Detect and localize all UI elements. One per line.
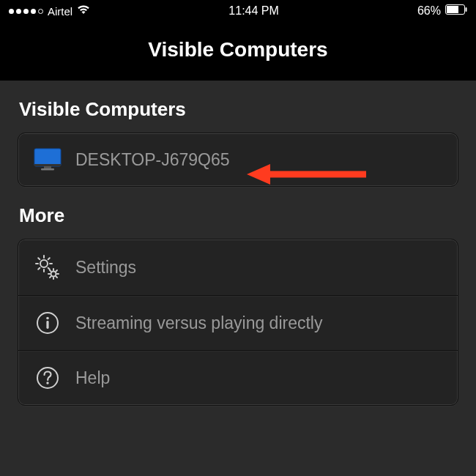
svg-line-15 bbox=[38, 268, 40, 269]
computer-row[interactable]: DESKTOP-J679Q65 bbox=[18, 133, 458, 186]
signal-strength-icon bbox=[9, 9, 43, 14]
status-bar: Airtel 11:44 PM 66% bbox=[0, 0, 476, 22]
visible-computers-group: DESKTOP-J679Q65 bbox=[18, 133, 458, 187]
battery-icon bbox=[445, 4, 467, 18]
page-title: Visible Computers bbox=[0, 38, 476, 62]
status-time: 11:44 PM bbox=[90, 4, 417, 18]
svg-rect-2 bbox=[447, 6, 458, 13]
svg-line-13 bbox=[48, 268, 50, 269]
page-header: Visible Computers bbox=[0, 22, 476, 81]
section-title-visible-computers: Visible Computers bbox=[0, 81, 476, 133]
more-group: Settings Streaming versus playing direct… bbox=[18, 239, 458, 406]
svg-point-29 bbox=[46, 382, 48, 384]
svg-rect-5 bbox=[44, 166, 51, 168]
help-row[interactable]: Help bbox=[18, 351, 458, 405]
section-title-more: More bbox=[0, 187, 476, 239]
settings-row[interactable]: Settings bbox=[18, 239, 458, 296]
help-icon bbox=[33, 365, 62, 390]
svg-rect-1 bbox=[466, 7, 467, 12]
status-left: Airtel bbox=[9, 4, 90, 18]
computer-name-label: DESKTOP-J679Q65 bbox=[75, 150, 230, 170]
battery-percent: 66% bbox=[417, 4, 441, 18]
svg-line-12 bbox=[38, 258, 40, 259]
content: Visible Computers DESKTOP-J679Q65 More bbox=[0, 81, 476, 406]
svg-line-21 bbox=[50, 270, 51, 272]
status-right: 66% bbox=[417, 4, 467, 18]
monitor-icon bbox=[33, 148, 62, 171]
svg-rect-27 bbox=[46, 321, 48, 329]
info-icon bbox=[33, 310, 62, 335]
svg-rect-4 bbox=[34, 164, 61, 166]
svg-line-24 bbox=[50, 277, 51, 278]
svg-point-16 bbox=[51, 272, 56, 277]
svg-point-26 bbox=[46, 317, 49, 320]
carrier-label: Airtel bbox=[48, 5, 72, 18]
help-label: Help bbox=[75, 368, 110, 388]
svg-line-14 bbox=[48, 258, 50, 259]
svg-rect-3 bbox=[34, 149, 61, 166]
settings-label: Settings bbox=[75, 258, 136, 278]
streaming-info-row[interactable]: Streaming versus playing directly bbox=[18, 296, 458, 351]
wifi-icon bbox=[77, 4, 90, 18]
svg-rect-6 bbox=[41, 168, 54, 171]
gears-icon bbox=[33, 254, 62, 280]
svg-point-7 bbox=[40, 260, 48, 267]
streaming-info-label: Streaming versus playing directly bbox=[75, 313, 322, 333]
svg-line-22 bbox=[56, 277, 58, 278]
svg-line-23 bbox=[56, 270, 58, 272]
